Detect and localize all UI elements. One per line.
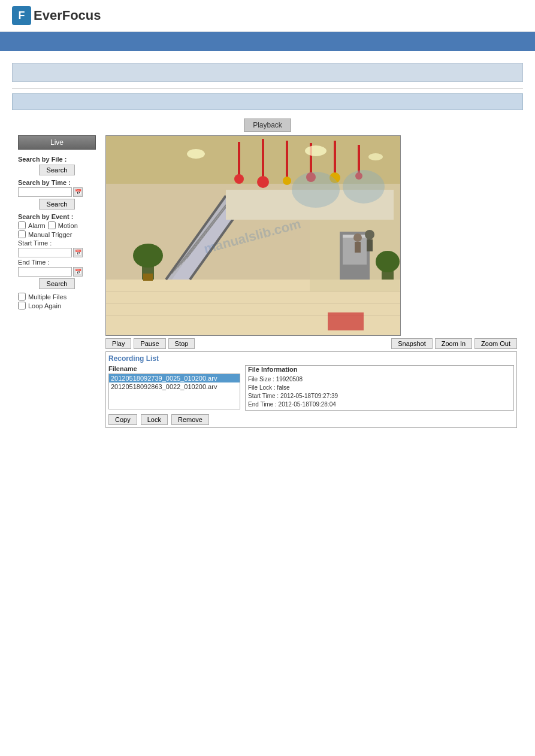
- controls-row: Play Pause Stop Snapshot Zoom In Zoom Ou…: [105, 338, 517, 349]
- file-info-line: Start Time : 2012-05-18T09:27:39: [248, 392, 511, 400]
- calendar-button-start[interactable]: 📅: [73, 248, 83, 257]
- svg-rect-14: [358, 145, 360, 175]
- time-input-row: 📅: [18, 187, 96, 197]
- view-controls: Snapshot Zoom In Zoom Out: [391, 338, 517, 349]
- svg-rect-23: [328, 312, 364, 330]
- file-item[interactable]: 20120518092739_0025_010200.arv: [109, 374, 240, 382]
- alarm-row: Alarm Motion: [18, 221, 96, 229]
- zoom-out-button[interactable]: Zoom Out: [474, 338, 517, 349]
- search-by-file-label: Search by File :: [18, 156, 96, 163]
- svg-rect-49: [355, 242, 361, 253]
- divider: [12, 88, 523, 89]
- section-header: [12, 93, 523, 110]
- recording-columns: Filename 20120518092739_0025_010200.arv2…: [108, 365, 514, 411]
- manual-trigger-row: Manual Trigger: [18, 230, 96, 238]
- playback-button[interactable]: Playback: [244, 119, 291, 132]
- playback-area: Playback: [12, 115, 523, 135]
- svg-point-18: [368, 153, 383, 160]
- alarm-label: Alarm: [28, 222, 46, 229]
- calendar-button-end[interactable]: 📅: [73, 267, 83, 277]
- content: Playback Live Search by File : Search Se…: [0, 51, 535, 434]
- sidebar: Live Search by File : Search Search by T…: [18, 135, 96, 428]
- motion-label: Motion: [58, 222, 78, 229]
- end-time-label: End Time :: [18, 259, 96, 266]
- multiple-files-checkbox[interactable]: [18, 293, 26, 300]
- end-time-input[interactable]: [18, 267, 72, 277]
- start-time-label: Start Time :: [18, 239, 96, 247]
- svg-point-42: [133, 244, 163, 268]
- remove-button[interactable]: Remove: [171, 414, 209, 425]
- loop-again-checkbox[interactable]: [18, 302, 26, 309]
- video-area: manualslib.com Play Pause Stop Snapshot …: [105, 135, 517, 428]
- search-time-button[interactable]: Search: [39, 199, 75, 210]
- search-by-time-label: Search by Time :: [18, 179, 96, 186]
- multiple-files-row: Multiple Files: [18, 293, 96, 300]
- svg-rect-8: [286, 141, 288, 180]
- svg-point-7: [257, 176, 269, 188]
- search-section: Search by File : Search Search by Time :…: [18, 156, 96, 309]
- manual-trigger-label: Manual Trigger: [28, 231, 72, 238]
- file-item[interactable]: 20120518092863_0022_010200.arv: [109, 382, 240, 391]
- filename-col-header: Filename: [108, 365, 240, 372]
- svg-point-5: [234, 174, 244, 184]
- video-frame: manualslib.com: [105, 135, 401, 336]
- loop-again-label: Loop Again: [28, 302, 61, 309]
- search-by-event-label: Search by Event :: [18, 213, 96, 220]
- live-button[interactable]: Live: [18, 135, 96, 150]
- start-time-input[interactable]: [18, 248, 72, 257]
- svg-point-36: [292, 172, 340, 208]
- multiple-files-label: Multiple Files: [28, 293, 67, 300]
- svg-point-16: [187, 149, 205, 159]
- start-time-input-row: 📅: [18, 248, 96, 257]
- search-file-button[interactable]: Search: [39, 165, 75, 175]
- sub-nav: [12, 63, 523, 82]
- video-scene: manualslib.com: [106, 136, 401, 336]
- manual-trigger-checkbox[interactable]: [18, 230, 26, 238]
- svg-rect-12: [334, 141, 336, 177]
- alarm-checkbox[interactable]: [18, 221, 26, 229]
- stop-button[interactable]: Stop: [168, 338, 195, 349]
- file-info-line: File Size : 19920508: [248, 375, 511, 384]
- copy-button[interactable]: Copy: [108, 414, 137, 425]
- svg-rect-4: [238, 142, 240, 178]
- svg-point-48: [353, 233, 362, 242]
- file-list[interactable]: 20120518092739_0025_010200.arv2012051809…: [108, 374, 240, 409]
- main-panel: Live Search by File : Search Search by T…: [12, 135, 523, 428]
- snapshot-button[interactable]: Snapshot: [391, 338, 432, 349]
- file-info-col-header: File Information: [246, 366, 513, 373]
- motion-checkbox[interactable]: [48, 221, 56, 229]
- loop-again-row: Loop Again: [18, 302, 96, 309]
- svg-text:F: F: [19, 10, 25, 22]
- svg-point-45: [376, 251, 400, 272]
- action-buttons: Copy Lock Remove: [108, 414, 514, 425]
- everfocus-logo-icon: F: [12, 6, 31, 25]
- header: F EverFocus: [0, 0, 535, 32]
- svg-rect-43: [143, 274, 153, 281]
- svg-point-9: [283, 177, 291, 185]
- nav-bar: [0, 32, 535, 51]
- calendar-button-time[interactable]: 📅: [73, 187, 83, 197]
- svg-point-17: [305, 145, 327, 156]
- filename-column: Filename 20120518092739_0025_010200.arv2…: [108, 365, 240, 411]
- search-event-button[interactable]: Search: [39, 278, 75, 289]
- svg-rect-47: [367, 239, 373, 251]
- zoom-in-button[interactable]: Zoom In: [435, 338, 472, 349]
- file-info-line: File Lock : false: [248, 384, 511, 392]
- file-info-column: File Information File Size : 19920508Fil…: [245, 365, 514, 411]
- recording-list-title: Recording List: [108, 354, 514, 363]
- lock-button[interactable]: Lock: [141, 414, 168, 425]
- time-input[interactable]: [18, 187, 72, 197]
- logo-text: EverFocus: [34, 8, 101, 23]
- svg-point-46: [365, 230, 374, 239]
- pause-button[interactable]: Pause: [134, 338, 165, 349]
- recording-list: Recording List Filename 20120518092739_0…: [105, 351, 517, 428]
- svg-point-37: [343, 170, 385, 204]
- end-time-input-row: 📅: [18, 267, 96, 277]
- logo: F EverFocus: [12, 6, 523, 25]
- file-info-line: End Time : 2012-05-18T09:28:04: [248, 400, 511, 409]
- file-info-content: File Size : 19920508File Lock : falseSta…: [246, 374, 513, 410]
- svg-rect-6: [262, 139, 264, 181]
- file-info-line: Event List : Motion: [248, 409, 511, 410]
- play-button[interactable]: Play: [105, 338, 131, 349]
